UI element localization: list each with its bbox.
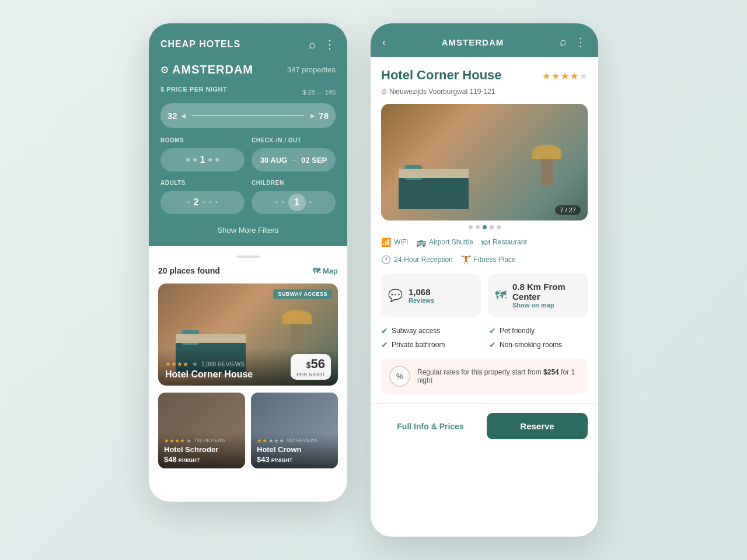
search-icon[interactable]: ⌕ xyxy=(560,35,567,49)
checkin-filter: CHECK-IN / OUT 30 AUG → 02 SEP xyxy=(252,137,336,172)
drag-handle xyxy=(236,256,260,258)
feature-pet: ✔ Pet friendly xyxy=(489,326,588,335)
hotel-2-price: $48 P/NIGHT xyxy=(164,455,239,464)
back-button[interactable]: ‹ xyxy=(382,36,386,48)
feature-pet-label: Pet friendly xyxy=(500,327,535,335)
rooms-label: ROOMS xyxy=(160,137,245,144)
hotel-info-overlay: ★★★★ ★ 1,068 REVIEWS Hotel Corner House … xyxy=(158,348,338,386)
check-icon-4: ✔ xyxy=(489,340,496,349)
shuttle-icon: 🚌 xyxy=(416,237,426,247)
hotel-badge: SUBWAY ACCESS xyxy=(273,289,332,299)
adults-minus[interactable]: · xyxy=(187,197,190,209)
hotel-reviews: 1,068 REVIEWS xyxy=(201,361,245,368)
wifi-icon: 📶 xyxy=(381,237,391,247)
rooms-pill[interactable]: 1 xyxy=(160,148,245,172)
feature-nosmoking-label: Non-smoking rooms xyxy=(500,341,562,349)
dot-3-active xyxy=(483,225,487,229)
adults-value: 2 xyxy=(194,197,199,208)
checkin-pill[interactable]: 30 AUG → 02 SEP xyxy=(252,148,336,172)
left-phone: CHEAP HOTELS ⌕ ⋮ ⊙ AMSTERDAM 347 propert… xyxy=(149,23,347,502)
places-found: 20 places found xyxy=(158,266,220,275)
price-badge: $56 PER NIGHT xyxy=(291,354,331,380)
restaurant-label: Restaurant xyxy=(493,238,527,246)
show-more-filters[interactable]: Show More Filters xyxy=(160,222,336,235)
children-value: 1 xyxy=(288,194,306,211)
fitness-icon: 🏋 xyxy=(461,255,471,264)
hotel-detail-name: Hotel Corner House xyxy=(381,68,502,83)
slider-max-value: 78 xyxy=(319,111,329,121)
location-name[interactable]: AMSTERDAM xyxy=(172,63,253,76)
left-header: CHEAP HOTELS ⌕ ⋮ ⊙ AMSTERDAM 347 propert… xyxy=(149,23,347,246)
star-1: ★ xyxy=(542,71,550,82)
search-icon[interactable]: ⌕ xyxy=(309,38,316,51)
dot xyxy=(208,158,212,162)
hotel-3-stars: ★★ xyxy=(257,438,267,444)
location-info: 0.8 Km From Center Show on map xyxy=(512,282,581,309)
feature-subway-label: Subway access xyxy=(392,327,440,335)
hotel-2-per: P/NIGHT xyxy=(179,457,200,463)
slider-right-arrow: ► xyxy=(309,111,316,120)
price-range-text: $ 28 — 145 xyxy=(302,89,336,96)
adults-label: ADULTS xyxy=(160,180,245,186)
amenities-row: 📶 WiFi 🚌 Airport Shuttle 🍽 Restaurant 🕐 … xyxy=(371,237,598,264)
dot2: · xyxy=(202,197,205,209)
hotel-info-small-2: ★★ ★★★ 802 REVIEWS Hotel Crown $43 P/NIG… xyxy=(251,433,338,468)
restaurant-icon: 🍽 xyxy=(481,237,490,247)
reception-label: 24-Hour Reception xyxy=(394,256,453,264)
menu-icon[interactable]: ⋮ xyxy=(324,37,336,51)
reviews-card[interactable]: 💬 1,068 Reviews xyxy=(381,274,481,317)
menu-icon[interactable]: ⋮ xyxy=(575,35,587,49)
amenity-reception: 🕐 24-Hour Reception xyxy=(381,255,453,264)
dot4: · xyxy=(215,197,218,209)
percent-icon: % xyxy=(389,366,410,387)
map-label: Map xyxy=(323,267,338,275)
star-empty: ★ xyxy=(192,360,198,368)
amenity-shuttle: 🚌 Airport Shuttle xyxy=(416,237,473,247)
dot xyxy=(215,158,219,162)
star-4: ★ xyxy=(570,71,578,82)
lamp-dec xyxy=(541,156,553,186)
hotel-card-small-1[interactable]: ★★★★ ★ 732 REVIEWS Hotel Schroder $48 P/… xyxy=(158,393,245,468)
rate-prefix: Regular rates for this property start fr… xyxy=(417,368,543,376)
check-icon-3: ✔ xyxy=(381,340,388,349)
dot xyxy=(193,158,197,162)
hotel-2-stars: ★★★★ xyxy=(164,438,185,444)
rooms-filter: ROOMS 1 xyxy=(160,137,245,172)
lamp-decoration xyxy=(291,321,303,351)
reception-icon: 🕐 xyxy=(381,255,391,264)
info-cards-row: 💬 1,068 Reviews 🗺 0.8 Km From Center Sho… xyxy=(381,274,588,317)
hotel-detail-image[interactable]: 7 / 27 xyxy=(381,104,588,220)
wifi-label: WiFi xyxy=(394,238,408,246)
checkin-label: CHECK-IN / OUT xyxy=(252,137,336,144)
hotel-stars: ★★★★ xyxy=(165,360,189,368)
rate-text: Regular rates for this property start fr… xyxy=(417,368,580,384)
feature-subway: ✔ Subway access xyxy=(381,326,480,335)
full-info-button[interactable]: Full Info & Prices xyxy=(381,415,480,438)
price-slider[interactable]: 32 ◄ ► 78 xyxy=(160,103,336,128)
hotel-3-price: $43 P/NIGHT xyxy=(257,455,332,464)
show-on-map[interactable]: Show on map xyxy=(512,302,581,309)
hotel-card-large[interactable]: SUBWAY ACCESS ★★★★ ★ 1,068 REVIEWS Hotel… xyxy=(158,284,338,386)
feature-bathroom-label: Private bathroom xyxy=(392,341,445,349)
shuttle-label: Airport Shuttle xyxy=(429,238,473,246)
hotel-card-small-2[interactable]: ★★ ★★★ 802 REVIEWS Hotel Crown $43 P/NIG… xyxy=(251,393,338,468)
children-pill[interactable]: · · 1 · xyxy=(252,191,336,214)
star-2: ★ xyxy=(551,71,560,82)
slider-min-value: 32 xyxy=(167,111,177,121)
hotel-3-price-amount: $43 xyxy=(257,455,270,464)
map-link[interactable]: 🗺 Map xyxy=(313,267,338,275)
slider-line xyxy=(192,115,305,116)
features-grid: ✔ Subway access ✔ Pet friendly ✔ Private… xyxy=(381,326,588,349)
adults-pill[interactable]: · 2 · · · xyxy=(160,191,245,214)
price-amount: 56 xyxy=(311,356,325,371)
hotel-2-reviews: 732 REVIEWS xyxy=(194,438,225,444)
location-card[interactable]: 🗺 0.8 Km From Center Show on map xyxy=(488,274,588,317)
hotel-info-small-1: ★★★★ ★ 732 REVIEWS Hotel Schroder $48 P/… xyxy=(158,433,245,468)
reserve-button[interactable]: Reserve xyxy=(487,413,588,439)
hotel-3-name: Hotel Crown xyxy=(257,445,332,454)
reviews-label: Reviews xyxy=(409,297,434,304)
map-icon: 🗺 xyxy=(313,267,320,275)
hotel-detail-address: ⊙ Nieuwezijds Voorburgwal 119-121 xyxy=(381,88,588,96)
hotel-3-reviews: 802 REVIEWS xyxy=(287,438,317,444)
app-title: CHEAP HOTELS xyxy=(160,39,240,50)
